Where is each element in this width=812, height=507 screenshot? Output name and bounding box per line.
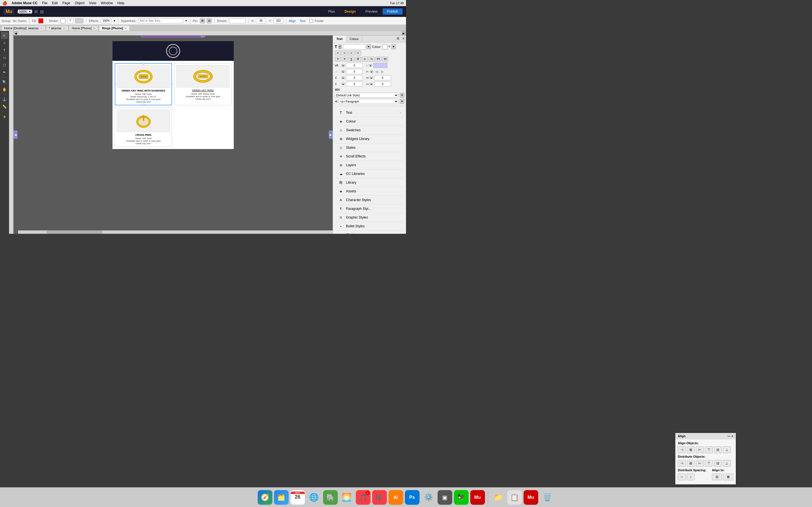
sidebar-item-cc[interactable]: ☁ CC Libraries — [336, 170, 403, 178]
spacing-spin-up[interactable]: ▲ — [342, 76, 345, 79]
panel-more[interactable]: ≡ — [401, 36, 406, 42]
stroke-selector[interactable] — [75, 18, 84, 23]
tool-anchor[interactable]: ⚓ — [1, 96, 8, 103]
tool-widget[interactable]: ◈ — [1, 113, 8, 120]
layout-list-icon[interactable]: ▤ — [40, 9, 44, 14]
style-T-btn[interactable]: T — [335, 57, 341, 62]
sidebar-item-states[interactable]: ◻ States — [336, 144, 403, 152]
align-left-btn[interactable]: ≡ — [335, 50, 341, 55]
stroke-value[interactable] — [67, 18, 73, 23]
sidebar-item-widgets[interactable]: ⊞ Widgets Library — [336, 135, 403, 144]
spacing2-spin-up2[interactable]: ▲ — [370, 83, 373, 85]
style-allcaps-btn[interactable]: TT — [375, 57, 382, 62]
tool-ruler[interactable]: 📏 — [1, 103, 8, 110]
indent-input[interactable] — [346, 69, 363, 74]
hyperlinks-input[interactable] — [138, 18, 183, 23]
scroll-right-arrow[interactable]: ▶ — [402, 31, 406, 36]
style-subscript-btn[interactable]: T₂ — [368, 57, 375, 62]
align-btn[interactable]: Align — [289, 19, 296, 22]
sidebar-item-bullet-styles[interactable]: • Bullet Styles — [336, 222, 403, 231]
nav-arrow-right[interactable]: ▶ — [329, 130, 333, 139]
zoom-dropdown-icon[interactable]: ▼ — [29, 10, 31, 13]
sidebar-item-scroll[interactable]: ≋ Scroll Effects — [336, 152, 403, 161]
product-card-3[interactable]: CROSS RING Metal: 18K Gold Available als… — [115, 108, 172, 147]
product-card-1[interactable]: ≋≋≋ GREEK KEY RING WITH DIAMONDS Metal: … — [115, 63, 172, 105]
tool-select[interactable]: ↖ — [1, 32, 8, 39]
tab-rings-phone[interactable]: Rings [Phone] × — [99, 25, 130, 31]
sidebar-item-glyphs[interactable]: Ω Glyphs — [336, 231, 403, 234]
align-justify-btn[interactable]: ≡ — [355, 50, 361, 55]
kerning-spin-up[interactable]: ▲ — [342, 64, 345, 66]
tool-shapes[interactable]: ◻ — [1, 61, 8, 68]
tab-home-phone[interactable]: Home [Phone] × — [69, 25, 98, 31]
menu-help[interactable]: Help — [117, 1, 124, 5]
style-underline-btn[interactable]: T — [348, 57, 354, 62]
align-right-btn[interactable]: ≡ — [348, 50, 354, 55]
spacing-input[interactable] — [346, 75, 363, 80]
effects-value[interactable] — [101, 18, 111, 23]
tab-text[interactable]: Text — [333, 36, 346, 42]
sidebar-item-colour[interactable]: ◈ Colour — [336, 117, 403, 126]
design-nav-btn[interactable]: Design — [340, 8, 360, 15]
x-value-input[interactable] — [256, 18, 266, 23]
sidebar-item-assets[interactable]: ◈ Assets — [336, 187, 403, 196]
sidebar-item-swatches[interactable]: ◇ Swatches — [336, 126, 403, 135]
indent-spin-up2[interactable]: ▲ — [370, 70, 373, 73]
nav-arrow-left[interactable]: ◀ — [13, 130, 17, 139]
colour-box[interactable] — [382, 44, 388, 49]
menu-window[interactable]: Window — [101, 1, 113, 5]
pin-icon2[interactable]: ⊟ — [207, 18, 212, 23]
tab-akarras[interactable]: * akarras × — [46, 25, 68, 31]
font-size-down[interactable]: ▼ — [338, 47, 342, 49]
spacing2-input[interactable] — [346, 81, 363, 87]
panel-expand[interactable]: ⊟ — [395, 36, 401, 42]
publish-nav-btn[interactable]: Publish — [383, 8, 403, 15]
link-style-dropdown[interactable]: ▼ — [400, 93, 404, 98]
sidebar-item-graphic-styles[interactable]: S Graphic Styles — [336, 213, 403, 222]
y-value-input[interactable] — [273, 18, 284, 23]
menu-page[interactable]: Page — [62, 1, 70, 5]
h-scrollbar[interactable] — [18, 230, 333, 234]
menu-object[interactable]: Object — [75, 1, 85, 5]
text-btn[interactable]: Text — [300, 19, 305, 22]
preview-nav-btn[interactable]: Preview — [361, 8, 382, 15]
style-superscript-btn[interactable]: T² — [362, 57, 368, 62]
layout-grid-icon[interactable]: ⊞ — [35, 9, 38, 14]
menu-edit[interactable]: Edit — [52, 1, 58, 5]
paragraph-select[interactable]: <p> Paragraph — [339, 99, 399, 104]
menu-file[interactable]: File — [42, 1, 47, 5]
tab-home-desktop[interactable]: Home [Desktop]: akarras × — [1, 25, 45, 31]
sidebar-item-text[interactable]: T Text › — [336, 108, 403, 117]
tool-frame[interactable]: ▭ — [1, 54, 8, 61]
fill-color-box[interactable] — [38, 18, 43, 23]
tool-hand[interactable]: ✋ — [1, 86, 8, 93]
font-family-select[interactable] — [343, 44, 365, 49]
scroll-left-arrow[interactable]: ◀ — [13, 31, 18, 36]
style-italic-btn[interactable]: T — [342, 57, 348, 62]
footer-checkbox[interactable] — [309, 19, 313, 22]
colour-picker-btn[interactable]: ▼ — [391, 44, 396, 49]
spacing-spin-up2[interactable]: ▲ — [370, 76, 373, 79]
resize-input[interactable] — [229, 18, 246, 23]
paragraph-dropdown[interactable]: ▼ — [400, 99, 404, 104]
tool-text[interactable]: T — [1, 47, 8, 54]
leading-spin-up[interactable]: ▲ — [369, 64, 372, 66]
font-family-dropdown[interactable]: ▼ — [366, 44, 371, 49]
sidebar-item-layers[interactable]: ⊟ Layers — [336, 161, 403, 170]
tool-crop[interactable]: ⊹ — [1, 40, 8, 46]
pin-icon1[interactable]: ⊞ — [200, 18, 205, 23]
align-center-btn[interactable]: ≡ — [342, 50, 348, 55]
style-strikethrough-btn[interactable]: T̶ — [355, 57, 361, 62]
product-card-2[interactable]: ≋≋≋ GREEK KEY RING Metal: 18K Yellow Gol… — [174, 63, 232, 105]
link-style-select[interactable]: [Default Link Style] — [335, 93, 399, 98]
stroke-color-box[interactable] — [60, 18, 65, 23]
tool-pen[interactable]: ✒ — [1, 69, 8, 75]
sidebar-item-para-styles[interactable]: ¶ Paragraph Styl... — [336, 205, 403, 213]
apple-menu[interactable]: 🍎 — [2, 1, 7, 5]
spacing2-spin-up[interactable]: ▲ — [342, 83, 345, 85]
menu-view[interactable]: View — [89, 1, 96, 5]
tab-colour[interactable]: Colour — [346, 36, 362, 42]
spacing2-input2[interactable] — [374, 81, 391, 87]
spacing-input2[interactable] — [374, 75, 391, 80]
canvas[interactable]: 477 ◀ ▶ — [13, 36, 333, 234]
